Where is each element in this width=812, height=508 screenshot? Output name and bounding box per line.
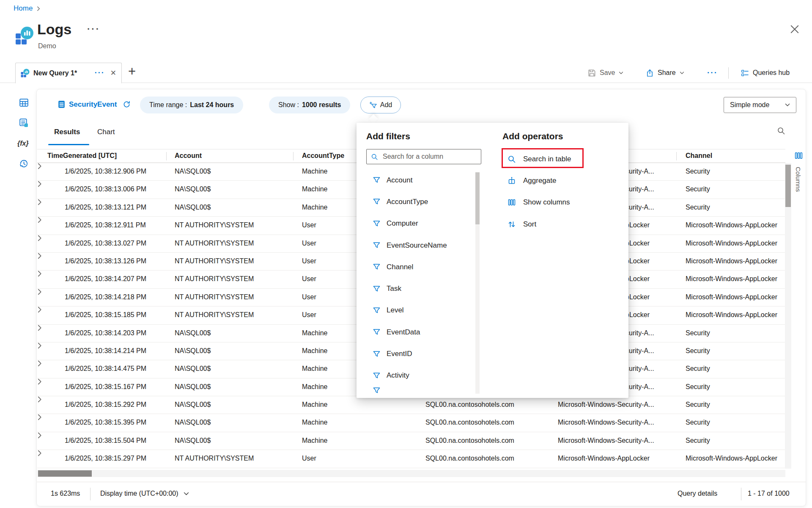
tab-more-menu[interactable]: ··· (95, 69, 105, 77)
search-results-icon[interactable] (777, 127, 785, 135)
close-icon[interactable] (790, 25, 799, 34)
new-tab-button[interactable]: + (128, 64, 136, 79)
vertical-scrollbar[interactable] (785, 163, 791, 469)
results-range: 1 - 17 of 1000 (748, 490, 790, 497)
cell-account: NA\SQL00$ (175, 185, 211, 193)
share-button[interactable]: Share (646, 63, 684, 83)
column-header-timegenerated[interactable]: TimeGenerated [UTC] (47, 152, 117, 160)
filter-item[interactable]: EventData (357, 321, 483, 343)
cell-accounttype: User (302, 293, 316, 301)
funnel-icon (373, 328, 381, 336)
horizontal-scrollbar[interactable] (37, 470, 785, 477)
tab-close-icon[interactable]: ✕ (109, 69, 116, 77)
filter-item-label: EventData (387, 328, 420, 337)
refresh-icon[interactable] (123, 100, 131, 108)
operator-aggregate[interactable]: Aggregate (502, 170, 623, 191)
operator-show-columns[interactable]: Show columns (502, 192, 623, 213)
row-expand-chevron[interactable] (37, 271, 42, 277)
filter-item[interactable]: Computer (357, 213, 483, 235)
filter-item[interactable]: EventSourceName (357, 235, 483, 256)
time-range-pill[interactable]: Time range : Last 24 hours (140, 97, 243, 113)
funnel-icon (373, 241, 381, 249)
filter-item[interactable]: Activity (357, 365, 483, 387)
show-results-pill[interactable]: Show : 1000 results (269, 97, 350, 113)
share-label: Share (658, 69, 676, 77)
cell-channel: Microsoft-Windows-AppLocker (686, 455, 777, 462)
operator-label: Show columns (523, 198, 570, 207)
filter-list-scrollbar[interactable] (475, 172, 480, 394)
query-details-link[interactable]: Query details (678, 490, 717, 497)
status-divider (90, 488, 91, 500)
column-header-account[interactable]: Account (175, 152, 202, 160)
filter-item-label: Account (387, 176, 412, 185)
functions-pane-icon[interactable]: {fx} (17, 140, 29, 147)
cell-accounttype: User (302, 257, 316, 265)
tab-strip (0, 63, 812, 83)
page-context-menu[interactable]: ··· (87, 24, 100, 35)
funnel-icon (373, 176, 381, 184)
column-search-box[interactable] (366, 149, 481, 164)
tables-pane-icon[interactable] (19, 97, 29, 108)
display-time-selector[interactable]: Display time (UTC+00:00) (100, 490, 189, 497)
row-expand-chevron[interactable] (37, 199, 42, 205)
column-search-input[interactable] (382, 152, 468, 161)
row-expand-chevron[interactable] (37, 235, 42, 241)
tab-new-query[interactable]: New Query 1* ··· ✕ (15, 63, 122, 83)
cell-time: 1/6/2025, 10:38:15.167 PM (65, 383, 146, 391)
query-history-icon[interactable] (19, 158, 29, 169)
row-expand-chevron[interactable] (37, 181, 42, 187)
columns-pane-toggle[interactable]: Columns (793, 149, 806, 469)
operator-search-in-table[interactable]: Search in table (502, 148, 623, 170)
filter-item-label: Activity (387, 371, 409, 380)
column-header-channel[interactable]: Channel (686, 152, 712, 160)
row-expand-chevron[interactable] (37, 378, 42, 385)
horizontal-scrollbar-thumb[interactable] (38, 470, 92, 477)
save-button[interactable]: Save (588, 63, 623, 83)
logs-page: Home Logs ··· Demo New Query 1* ··· ✕ + … (0, 0, 812, 508)
row-expand-chevron[interactable] (37, 325, 42, 331)
operator-sort[interactable]: Sort (502, 213, 623, 235)
row-expand-chevron[interactable] (37, 414, 42, 420)
row-expand-chevron[interactable] (37, 342, 42, 349)
table-row[interactable]: 1/6/2025, 10:38:15.292 PM NA\SQL00$ Mach… (37, 396, 785, 414)
filter-item[interactable]: AccountType (357, 191, 483, 213)
vertical-scrollbar-thumb[interactable] (785, 165, 791, 207)
add-button[interactable]: Add (360, 97, 401, 113)
table-row[interactable]: 1/6/2025, 10:38:15.504 PM NA\SQL00$ Mach… (37, 432, 785, 450)
filter-item[interactable]: Level (357, 300, 483, 321)
breadcrumb-home-link[interactable]: Home (14, 4, 33, 13)
cell-eventsourcename: Microsoft-Windows-Security-A... (558, 437, 654, 444)
tab-chart[interactable]: Chart (97, 128, 115, 136)
funnel-icon (373, 350, 381, 358)
funnel-icon (373, 263, 381, 271)
add-label: Add (380, 101, 392, 109)
cell-time: 1/6/2025, 10:38:14.475 PM (65, 365, 146, 373)
table-row[interactable]: 1/6/2025, 10:38:15.297 PM NT AUTHORITY\S… (37, 450, 785, 468)
row-expand-chevron[interactable] (37, 396, 42, 403)
toolbar-more-menu[interactable]: ··· (707, 63, 718, 83)
column-header-accounttype[interactable]: AccountType (302, 152, 344, 160)
row-expand-chevron[interactable] (37, 360, 42, 367)
filter-item[interactable]: Task (357, 278, 483, 299)
filter-list-scrollbar-thumb[interactable] (475, 172, 480, 224)
queries-pane-icon[interactable] (19, 118, 29, 128)
tab-results[interactable]: Results (54, 128, 80, 136)
cell-account: NT AUTHORITY\SYSTEM (175, 257, 254, 265)
filter-item[interactable]: Channel (357, 256, 483, 278)
row-expand-chevron[interactable] (37, 289, 42, 295)
row-expand-chevron[interactable] (37, 432, 42, 439)
mode-selector[interactable]: Simple mode (724, 97, 796, 113)
cell-accounttype: User (302, 221, 316, 229)
filter-item[interactable]: EventID (357, 343, 483, 364)
cell-time: 1/6/2025, 10:38:12.911 PM (65, 221, 146, 229)
table-row[interactable]: 1/6/2025, 10:38:15.395 PM NA\SQL00$ Mach… (37, 414, 785, 432)
row-expand-chevron[interactable] (37, 163, 42, 169)
row-expand-chevron[interactable] (37, 217, 42, 223)
row-expand-chevron[interactable] (37, 450, 42, 456)
row-expand-chevron[interactable] (37, 306, 42, 313)
cell-channel: Security (686, 168, 710, 175)
queries-hub-button[interactable]: Queries hub (741, 63, 790, 83)
selected-table-name[interactable]: SecurityEvent (69, 100, 117, 109)
filter-item[interactable]: Account (357, 169, 483, 191)
row-expand-chevron[interactable] (37, 253, 42, 259)
